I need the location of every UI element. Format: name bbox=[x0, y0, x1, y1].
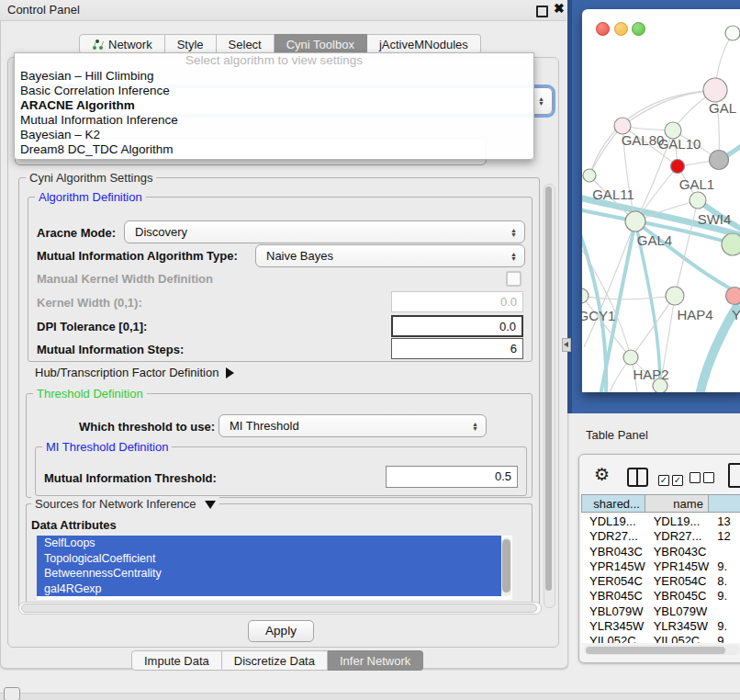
scrollbar-thumb[interactable] bbox=[586, 647, 725, 654]
table-cell bbox=[709, 604, 740, 618]
tab-impute-data[interactable]: Impute Data bbox=[131, 650, 222, 671]
attribute-list-item[interactable]: SelfLoops bbox=[37, 536, 501, 551]
status-strip bbox=[0, 693, 740, 700]
gear-icon[interactable]: ⚙ bbox=[594, 464, 610, 485]
table-row[interactable]: YBR045CYBR045C9. bbox=[581, 588, 740, 603]
mi-threshold-field[interactable]: 0.5 bbox=[386, 466, 518, 488]
select-all-checkboxes-icon[interactable]: ✓✓ bbox=[658, 470, 686, 487]
network-node[interactable] bbox=[625, 211, 645, 231]
dropdown-item[interactable]: Basic Correlation Inference bbox=[15, 84, 533, 98]
table-horizontal-scrollbar[interactable] bbox=[584, 645, 740, 655]
tab-label: Cyni Toolbox bbox=[286, 38, 354, 51]
network-node-label: GAL4 bbox=[637, 232, 672, 248]
network-node[interactable] bbox=[623, 350, 638, 365]
mac-minimize-traffic-light[interactable] bbox=[614, 22, 628, 36]
table-row[interactable]: YDL19...YDL19...13 bbox=[581, 514, 740, 528]
dropdown-item[interactable]: Bayesian – K2 bbox=[15, 128, 533, 142]
network-node[interactable] bbox=[703, 78, 727, 102]
close-icon[interactable]: ✖ bbox=[554, 1, 565, 16]
float-window-icon[interactable] bbox=[536, 6, 548, 17]
table-row[interactable]: YLR345WYLR345W9. bbox=[581, 618, 740, 633]
panel-collapse-button[interactable] bbox=[4, 687, 20, 700]
tab-discretize-data[interactable]: Discretize Data bbox=[222, 650, 328, 671]
dropdown-item[interactable]: Mutual Information Inference bbox=[15, 113, 533, 128]
attribute-list-item[interactable]: gal4RGexp bbox=[37, 581, 501, 597]
network-node[interactable] bbox=[690, 192, 706, 209]
table-row[interactable]: YER054CYER054C8. bbox=[581, 573, 740, 588]
table-cell: YIL052C bbox=[581, 633, 645, 643]
tab-label: Style bbox=[177, 38, 204, 51]
dropdown-item[interactable]: Bayesian – Hill Climbing bbox=[15, 69, 533, 84]
column-header[interactable]: name bbox=[645, 495, 709, 512]
mac-close-traffic-light[interactable] bbox=[596, 22, 610, 36]
table-cell: 8. bbox=[709, 573, 740, 588]
attribute-list-item[interactable]: BetweennessCentrality bbox=[37, 566, 501, 581]
unchecked-box-icon bbox=[690, 472, 701, 483]
dropdown-item[interactable]: ARACNE Algorithm bbox=[15, 98, 533, 113]
table-row[interactable]: YBR043CYBR043C bbox=[581, 544, 740, 559]
table-cell bbox=[709, 544, 740, 559]
table-cell: 9. bbox=[709, 618, 740, 633]
settings-vertical-scrollbar[interactable] bbox=[544, 184, 555, 608]
sources-toggle[interactable]: Sources for Network Inference bbox=[31, 497, 219, 511]
scrollbar-thumb[interactable] bbox=[21, 604, 537, 613]
network-node[interactable] bbox=[666, 287, 684, 305]
deselect-all-checkboxes-icon[interactable] bbox=[690, 470, 717, 487]
network-node-label: GAL11 bbox=[592, 186, 634, 202]
column-header[interactable]: shared... bbox=[582, 495, 645, 512]
table-cell: YPR145W bbox=[581, 559, 645, 573]
clipboard-icon[interactable] bbox=[728, 463, 740, 488]
dropdown-item[interactable]: Dream8 DC_TDC Algorithm bbox=[15, 142, 533, 157]
network-node[interactable] bbox=[726, 288, 740, 305]
mi-type-combobox[interactable]: Naive Bayes ▲▼ bbox=[255, 244, 525, 267]
table-cell: YBR043C bbox=[581, 544, 645, 559]
tab-jactivemnodules[interactable]: jActiveMNodules bbox=[367, 34, 481, 54]
which-threshold-combobox[interactable]: MI Threshold ▲▼ bbox=[219, 414, 487, 437]
tab-style[interactable]: Style bbox=[165, 34, 217, 54]
table-row[interactable]: YPR145WYPR145W9. bbox=[581, 559, 740, 573]
network-node[interactable] bbox=[710, 151, 729, 170]
tab-infer-network[interactable]: Infer Network bbox=[328, 650, 423, 671]
kernel-width-label: Kernel Width (0,1): bbox=[37, 296, 142, 310]
dpi-tolerance-field[interactable]: 0.0 bbox=[391, 315, 523, 337]
table-row[interactable]: YIL052CYIL052C9 bbox=[581, 633, 740, 643]
table-cell: YER054C bbox=[645, 573, 710, 588]
columns-icon[interactable] bbox=[627, 468, 648, 487]
aracne-mode-combobox[interactable]: Discovery ▲▼ bbox=[124, 220, 525, 243]
network-node-label: HAP2 bbox=[633, 367, 668, 382]
tab-label: Impute Data bbox=[144, 654, 209, 668]
sources-title: Sources for Network Inference bbox=[35, 497, 196, 511]
table-header: shared...name bbox=[581, 494, 740, 513]
tab-select[interactable]: Select bbox=[217, 34, 275, 54]
network-node[interactable] bbox=[582, 288, 589, 303]
tab-network[interactable]: Network bbox=[79, 34, 165, 54]
tab-cyni-toolbox[interactable]: Cyni Toolbox bbox=[275, 34, 367, 54]
scrollbar-thumb[interactable] bbox=[545, 186, 552, 591]
network-node-label: GAL bbox=[709, 100, 736, 116]
kernel-width-field[interactable]: 0.0 bbox=[391, 291, 523, 312]
unchecked-box-icon bbox=[703, 472, 714, 483]
network-node[interactable] bbox=[725, 26, 740, 40]
apply-button[interactable]: Apply bbox=[248, 620, 314, 642]
table-row[interactable]: YBL079WYBL079W bbox=[581, 604, 740, 618]
table-row[interactable]: YDR27...YDR27...12 bbox=[581, 528, 740, 543]
network-node[interactable] bbox=[583, 169, 596, 182]
attributes-scrollbar[interactable] bbox=[501, 537, 511, 596]
settings-horizontal-scrollbar[interactable] bbox=[18, 602, 542, 615]
mac-zoom-traffic-light[interactable] bbox=[632, 22, 645, 36]
dropdown-placeholder: Select algorithm to view settings bbox=[15, 53, 533, 69]
manual-kernel-checkbox[interactable] bbox=[506, 271, 521, 287]
column-header[interactable] bbox=[709, 495, 740, 512]
mi-steps-field[interactable]: 6 bbox=[391, 338, 523, 359]
hub-definition-toggle[interactable]: Hub/Transcription Factor Definition bbox=[35, 366, 234, 379]
network-canvas[interactable]: GALGAL80GAL10GAL1GAL11SWI4GAL4GCY1HAP4YH… bbox=[582, 9, 740, 392]
panel-splitter-handle[interactable] bbox=[562, 338, 571, 352]
table-cell: YBR043C bbox=[645, 544, 710, 559]
table-cell: YDL19... bbox=[581, 514, 645, 528]
attribute-list-item[interactable]: TopologicalCoefficient bbox=[37, 551, 501, 567]
scrollbar-thumb[interactable] bbox=[502, 539, 510, 593]
network-node[interactable] bbox=[671, 160, 685, 174]
network-node[interactable] bbox=[722, 233, 740, 255]
table-body: YDL19...YDL19...13YDR27...YDR27...12YBR0… bbox=[581, 514, 740, 643]
table-cell: 9 bbox=[709, 633, 740, 643]
